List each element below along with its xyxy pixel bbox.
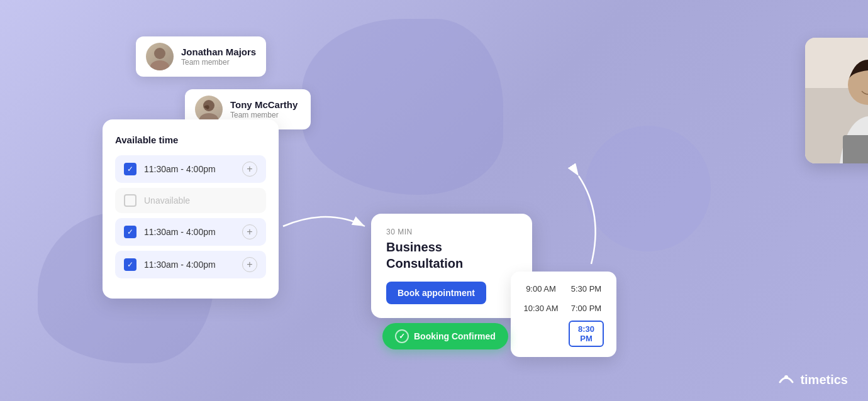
booking-confirmed-label: Booking Confirmed [414, 331, 496, 341]
plus-btn-1[interactable]: + [242, 162, 257, 177]
time-slot-1[interactable]: ✓ 11:30am - 4:00pm + [115, 155, 266, 183]
booking-check-icon: ✓ [395, 329, 409, 343]
consultation-duration: 30 MIN [386, 228, 517, 236]
card-role-jonathan: Team member [181, 58, 256, 67]
plus-btn-3[interactable]: + [242, 224, 257, 239]
consultation-card: 30 MIN Business Consultation Book appoin… [371, 214, 532, 318]
time-slot-1030am[interactable]: 10:30 AM [523, 301, 559, 316]
time-slot-9am[interactable]: 9:00 AM [523, 282, 559, 296]
timetics-logo: timetics [777, 371, 848, 388]
time-slot-3[interactable]: ✓ 11:30am - 4:00pm + [115, 218, 266, 246]
card-name-tony: Tony McCarthy [230, 99, 298, 110]
card-name-jonathan: Jonathan Majors [181, 47, 256, 57]
svg-point-14 [784, 375, 788, 379]
arrow-to-video [541, 163, 616, 277]
booking-confirmed-badge: ✓ Booking Confirmed [382, 323, 508, 349]
checkbox-2[interactable] [124, 194, 136, 207]
timetics-logo-text: timetics [800, 373, 848, 387]
time-slot-530pm[interactable]: 5:30 PM [569, 282, 604, 296]
arrow-to-consultation [277, 201, 377, 251]
available-time-panel: Available time ✓ 11:30am - 4:00pm + Unav… [103, 119, 279, 299]
time-grid: 9:00 AM 5:30 PM 10:30 AM 7:00 PM 8:30 PM [523, 282, 604, 347]
panel-title: Available time [115, 135, 266, 145]
time-text-2: Unavailable [144, 195, 190, 206]
team-card-jonathan[interactable]: Jonathan Majors Team member [136, 36, 266, 77]
time-text-3: 11:30am - 4:00pm [144, 227, 235, 237]
time-slot-4[interactable]: ✓ 11:30am - 4:00pm + [115, 251, 266, 278]
time-slots-panel: 9:00 AM 5:30 PM 10:30 AM 7:00 PM 8:30 PM [511, 272, 616, 357]
book-appointment-button[interactable]: Book appointment [386, 282, 486, 304]
time-slot-7pm[interactable]: 7:00 PM [569, 301, 604, 316]
card-info-jonathan: Jonathan Majors Team member [181, 47, 256, 67]
time-slot-2[interactable]: Unavailable [115, 188, 266, 213]
plus-btn-4[interactable]: + [242, 257, 257, 272]
card-info-tony: Tony McCarthy Team member [230, 99, 298, 119]
consultation-title: Business Consultation [386, 239, 517, 272]
main-content: Jonathan Majors Team member Tony McCarth… [0, 0, 868, 401]
time-text-1: 11:30am - 4:00pm [144, 164, 235, 174]
checkbox-3[interactable]: ✓ [124, 226, 136, 238]
time-slot-830pm[interactable]: 8:30 PM [569, 321, 604, 347]
avatar-jonathan [146, 43, 174, 70]
checkbox-4[interactable]: ✓ [124, 258, 136, 271]
svg-point-0 [154, 48, 165, 59]
svg-point-1 [150, 60, 169, 70]
timetics-logo-icon [777, 371, 795, 388]
checkbox-1[interactable]: ✓ [124, 163, 136, 175]
card-role-tony: Team member [230, 111, 298, 119]
time-text-4: 11:30am - 4:00pm [144, 260, 235, 270]
svg-rect-8 [843, 135, 868, 163]
photo-woman [805, 38, 868, 163]
